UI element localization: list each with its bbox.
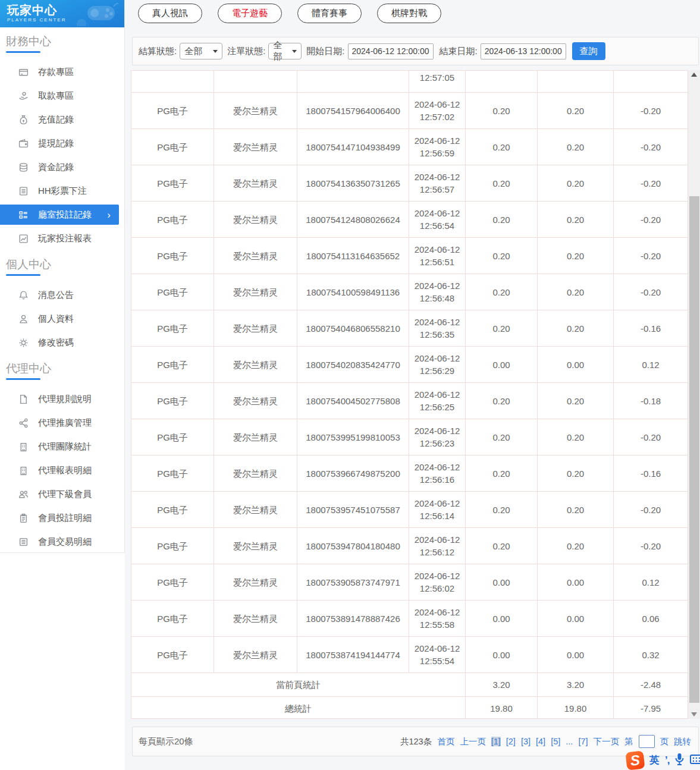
sidebar-item-agent-report-detail[interactable]: 代理報表明細	[0, 458, 124, 482]
page-link-3[interactable]: [3]	[521, 737, 531, 746]
scroll-up-arrow-icon[interactable]	[691, 73, 697, 77]
cell-text: 爱尔兰精灵	[233, 141, 278, 153]
page-link-1[interactable]: [1]	[491, 737, 501, 746]
building-icon	[18, 441, 29, 452]
sidebar-item-hh-lottery-bets[interactable]: HH彩票下注	[0, 179, 124, 203]
end-date-input[interactable]	[481, 43, 566, 59]
cell-text: 1800754113164635652	[306, 250, 400, 262]
cell-text: 1800754157964006400	[306, 105, 400, 117]
sidebar-item-withdraw-zone[interactable]: 取款專區	[0, 84, 124, 108]
cell-text: 0.00	[492, 359, 510, 371]
sidebar-item-recharge-record[interactable]: 充值記錄	[0, 108, 124, 131]
next-page-link[interactable]: 下一页	[594, 736, 620, 747]
table-row[interactable]: PG电子爱尔兰精灵18007540045027758082024-06-1212…	[131, 383, 688, 419]
cell-game: 爱尔兰精灵	[214, 455, 297, 492]
cell-text: 2024-06-12	[415, 642, 460, 655]
scrollbar-thumb[interactable]	[689, 196, 699, 703]
cell-text: -0.20	[641, 250, 661, 262]
table-row[interactable]: PG电子爱尔兰精灵18007541131646356522024-06-1212…	[131, 238, 688, 274]
sidebar-item-agent-promotion[interactable]: 代理推廣管理	[0, 411, 124, 435]
keyboard-icon[interactable]	[690, 754, 700, 767]
table-row[interactable]: PG电子爱尔兰精灵18007539478041804802024-06-1212…	[131, 528, 688, 564]
cell-text: 12:56:51	[420, 256, 454, 268]
table-row[interactable]: PG电子爱尔兰精灵18007539667498752002024-06-1212…	[131, 455, 688, 492]
prev-page-link[interactable]: 上一页	[460, 736, 486, 747]
search-button[interactable]: 查詢	[572, 42, 605, 60]
table-row[interactable]: PG电子爱尔兰精灵18007538914788874262024-06-1212…	[131, 601, 688, 637]
table-row[interactable]: PG电子爱尔兰精灵18007538741941447742024-06-1212…	[131, 637, 688, 673]
sidebar-item-agent-team-stats[interactable]: 代理團隊統計	[0, 435, 124, 458]
jump-button[interactable]: 跳转	[674, 736, 691, 747]
table-row[interactable]: PG电子爱尔兰精灵18007541248080266242024-06-1212…	[131, 202, 688, 238]
tab-electronic-games[interactable]: 電子遊藝	[218, 4, 282, 23]
table-row[interactable]: PG电子爱尔兰精灵18007541471049384992024-06-1212…	[131, 129, 688, 165]
table-scrollbar[interactable]	[688, 70, 700, 719]
sidebar-item-deposit-zone[interactable]: 存款專區	[0, 60, 124, 84]
sidebar-item-room-bet-records[interactable]: 廳室投註記錄›	[0, 205, 119, 225]
cell-text: 2024-06-12	[415, 461, 460, 473]
clipboard-icon	[18, 513, 29, 523]
cell-text: 19.80	[564, 702, 587, 715]
page-link-5[interactable]: [5]	[551, 737, 560, 746]
cell-profit: 0.12	[614, 564, 688, 601]
tab-board-card-battle[interactable]: 棋牌對戰	[377, 4, 441, 23]
sidebar-item-label: 個人資料	[38, 313, 74, 325]
cell-text: 12:56:57	[420, 183, 454, 196]
table-row[interactable]: PG电子爱尔兰精灵18007539574510755872024-06-1212…	[131, 492, 688, 528]
cell-text: 爱尔兰精灵	[233, 359, 278, 371]
sidebar-item-agent-rules[interactable]: 代理規則說明	[0, 387, 124, 411]
sidebar-item-player-bet-report[interactable]: 玩家投注報表	[0, 227, 124, 250]
cell-text: 0.20	[567, 177, 584, 190]
tab-sports-events[interactable]: 體育賽事	[297, 4, 362, 23]
sogou-logo-icon[interactable]: S	[626, 750, 645, 770]
page-link-[interactable]: ...	[566, 737, 573, 746]
sidebar-item-agent-sub-members[interactable]: 代理下級會員	[0, 482, 124, 506]
table-row[interactable]: PG电子爱尔兰精灵18007540208354247702024-06-1212…	[131, 347, 688, 383]
jump-page-input[interactable]	[639, 735, 655, 748]
scroll-down-arrow-icon[interactable]	[691, 712, 697, 716]
cell-valid: 0.20	[538, 93, 614, 129]
table-row[interactable]: PG电子爱尔兰精灵18007541005984911362024-06-1212…	[131, 274, 688, 310]
sidebar-item-change-password[interactable]: 修改密碼	[0, 331, 124, 354]
cell-text: PG电子	[157, 250, 188, 262]
microphone-icon[interactable]	[674, 753, 685, 768]
sidebar-item-profile[interactable]: 個人資料	[0, 307, 124, 331]
cell-order: 1800754157964006400	[297, 93, 409, 129]
first-page-link[interactable]: 首页	[437, 736, 454, 747]
sidebar-item-withdraw-record[interactable]: 提現記錄	[0, 131, 124, 155]
sidebar-item-funds-record[interactable]: 資金記錄	[0, 155, 124, 179]
cell-order: 1800754004502775808	[297, 383, 409, 419]
tab-live-video[interactable]: 真人視訊	[138, 4, 202, 23]
cell-text: 12:56:59	[420, 147, 454, 159]
table-row[interactable]: PG电子爱尔兰精灵18007539951998100532024-06-1212…	[131, 419, 688, 455]
cell-datetime: 2024-06-1212:56:54	[409, 202, 466, 238]
table-row[interactable]: PG电子爱尔兰精灵18007540468065582102024-06-1212…	[131, 310, 688, 347]
cell-text: 0.20	[492, 395, 510, 407]
cell-text: 2024-06-12	[415, 134, 460, 147]
table-row[interactable]: PG电子爱尔兰精灵18007541363507312652024-06-1212…	[131, 165, 688, 202]
page-link-7[interactable]: [7]	[578, 737, 588, 746]
ime-punctuation-toggle[interactable]: ’,	[665, 755, 669, 766]
sidebar-item-announcements[interactable]: 消息公告	[0, 283, 124, 307]
table-row[interactable]: PG电子爱尔兰精灵18007539058737479712024-06-1212…	[131, 564, 688, 601]
sidebar-item-member-bet-detail[interactable]: 會員投註明細	[0, 506, 124, 530]
settle-status-select[interactable]: 全部	[180, 43, 222, 59]
table-row[interactable]: PG电子爱尔兰精灵18007541579640064002024-06-1212…	[131, 93, 688, 129]
ime-language-toggle[interactable]: 英	[649, 753, 660, 767]
cell-profit: 0.32	[614, 637, 688, 673]
bet-records-table: 12:57:05PG电子爱尔兰精灵18007541579640064002024…	[131, 70, 688, 719]
sidebar-item-member-trade-detail[interactable]: 會員交易明細	[0, 530, 124, 554]
cell-platform: PG电子	[131, 93, 214, 129]
start-date-input[interactable]	[348, 43, 434, 59]
cell-bet: 0.20	[466, 492, 538, 528]
cell-text: 2024-06-12	[415, 316, 460, 328]
cell-valid: 0.00	[538, 564, 614, 601]
cell-datetime: 2024-06-1212:57:02	[409, 93, 466, 129]
cell-bet: 0.00	[466, 564, 538, 601]
cell-text: 0.20	[567, 431, 584, 444]
page-link-4[interactable]: [4]	[536, 737, 545, 746]
order-status-select[interactable]: 全部	[268, 43, 302, 59]
cell-game: 爱尔兰精灵	[214, 528, 297, 564]
page-link-2[interactable]: [2]	[506, 737, 516, 746]
cell-text: 0.00	[567, 576, 584, 589]
